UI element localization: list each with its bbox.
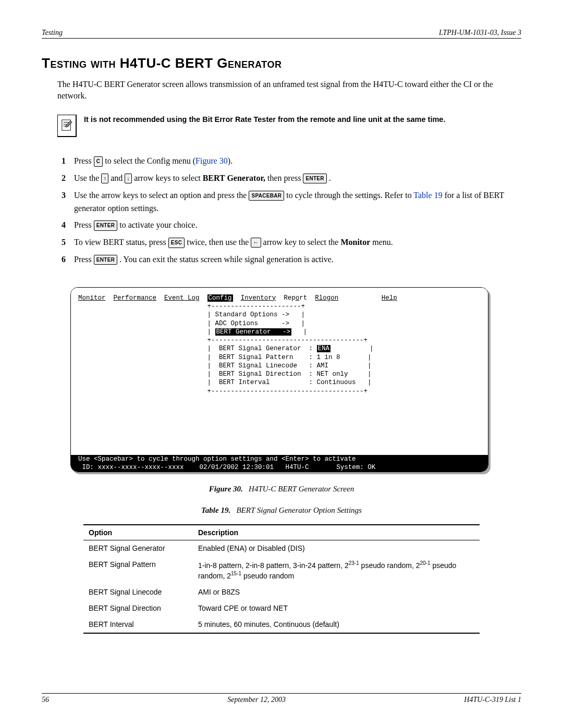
terminal-content: Monitor Performance Event Log Config Inv…	[71, 288, 488, 472]
key-c: C	[94, 156, 103, 167]
table-row: BERT Signal Generator Enabled (ENA) or D…	[83, 540, 480, 557]
note-pencil-icon	[57, 115, 77, 137]
table-caption: Table 19. BERT Signal Generator Option S…	[42, 506, 521, 515]
note-text: It is not recommended using the Bit Erro…	[84, 115, 521, 125]
table-row: BERT Signal Direction Toward CPE or towa…	[83, 600, 480, 616]
page: Testing LTPH-UM-1031-03, Issue 3 Testing…	[0, 0, 563, 728]
terminal-hint: Use <Spacebar> to cycle through option s…	[71, 455, 488, 463]
footer-date: September 12, 2003	[227, 696, 286, 704]
key-up-arrow-icon: ↑	[101, 174, 108, 183]
intro-paragraph: The H4TU-C BERT Generator screen allows …	[57, 79, 521, 101]
table-19-link[interactable]: Table 19	[413, 191, 442, 200]
table-row: BERT Interval 5 minutes, 60 minutes, Con…	[83, 616, 480, 633]
running-header: Testing LTPH-UM-1031-03, Issue 3	[42, 29, 521, 39]
pattern-desc: 1-in-8 pattern, 2-in-8 pattern, 3-in-24 …	[193, 557, 480, 584]
step-2: 2 Use the ↑ and ↓ arrow keys to select B…	[57, 172, 521, 185]
figure-caption: Figure 30. H4TU-C BERT Generator Screen	[42, 485, 521, 493]
note-block: It is not recommended using the Bit Erro…	[57, 115, 521, 137]
key-enter: ENTER	[94, 255, 117, 265]
key-down-arrow-icon: ↓	[125, 174, 132, 183]
key-esc: ESC	[168, 238, 185, 248]
steps-list: 1 Press C to select the Config menu (Fig…	[57, 155, 521, 266]
th-option: Option	[83, 525, 193, 540]
bert-generator-selected: BERT Generator ->	[215, 328, 292, 336]
table-row: BERT Signal Linecode AMI or B8ZS	[83, 584, 480, 600]
option-settings-table: Option Description BERT Signal Generator…	[83, 524, 480, 634]
step-1: 1 Press C to select the Config menu (Fig…	[57, 155, 521, 168]
key-enter: ENTER	[94, 220, 117, 231]
th-description: Description	[193, 525, 480, 540]
footer-doc-id: H4TU-C-319 List 1	[464, 696, 521, 704]
step-3: 3 Use the arrow keys to select an option…	[57, 189, 521, 215]
section-title: Testing with H4TU-C BERT Generator	[42, 55, 521, 71]
step-6: 6 Press ENTER . You can exit the status …	[57, 253, 521, 266]
table-row: BERT Signal Pattern 1-in-8 pattern, 2-in…	[83, 557, 480, 584]
key-enter: ENTER	[303, 174, 326, 184]
terminal-status-bar: ID: xxxx--xxxx--xxxx--xxxx 02/01/2002 12…	[71, 463, 488, 472]
page-footer: 56 September 12, 2003 H4TU-C-319 List 1	[42, 693, 521, 704]
step-5: 5 To view BERT status, press ESC twice, …	[57, 236, 521, 249]
figure-30-link[interactable]: Figure 30	[195, 156, 228, 165]
page-number: 56	[42, 696, 49, 704]
terminal-screenshot: Monitor Performance Event Log Config Inv…	[70, 287, 488, 472]
header-right: LTPH-UM-1031-03, Issue 3	[439, 29, 521, 37]
config-menu-selected: Config	[207, 294, 233, 302]
header-left: Testing	[42, 29, 63, 37]
step-4: 4 Press ENTER to activate your choice.	[57, 219, 521, 232]
key-spacebar: SPACEBAR	[249, 191, 284, 201]
key-left-arrow-icon: ←	[251, 238, 261, 248]
